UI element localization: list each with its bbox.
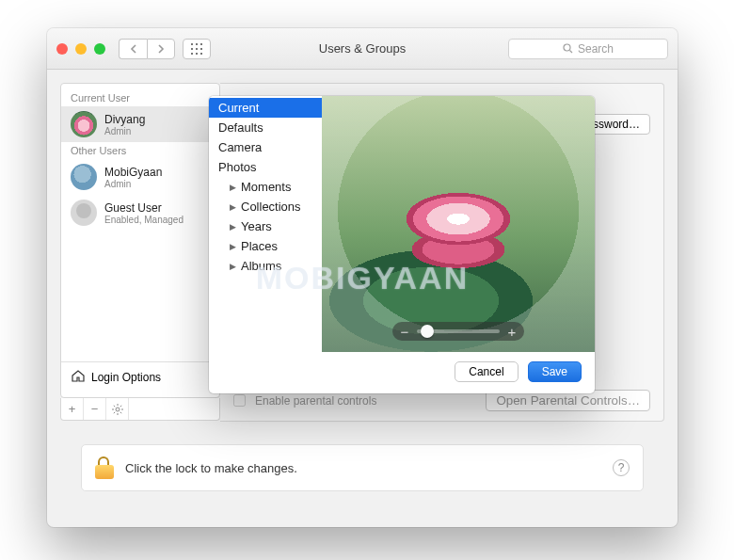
preview-image[interactable]	[322, 96, 595, 352]
triangle-right-icon: ▶	[230, 183, 236, 192]
login-options-row[interactable]: Login Options	[61, 361, 219, 392]
svg-line-17	[120, 411, 120, 412]
section-other-users: Other Users	[61, 142, 219, 159]
lock-icon[interactable]	[95, 456, 114, 479]
gear-icon	[112, 404, 123, 415]
user-name: Divyang	[104, 113, 145, 126]
svg-line-19	[120, 405, 120, 406]
svg-line-16	[113, 405, 114, 406]
add-user-button[interactable]: +	[61, 398, 84, 420]
source-camera[interactable]: Camera	[209, 137, 322, 157]
lock-row: Click the lock to make changes. ?	[81, 444, 644, 491]
user-role: Admin	[104, 179, 162, 189]
source-collections[interactable]: ▶Collections	[209, 197, 322, 216]
source-current[interactable]: Current	[209, 98, 322, 118]
triangle-right-icon: ▶	[230, 222, 236, 232]
remove-user-button[interactable]: −	[84, 398, 106, 420]
user-row[interactable]: Guest User Enabled, Managed	[61, 195, 219, 231]
svg-line-18	[113, 411, 114, 412]
avatar-picker-popover: Current Defaults Camera Photos ▶Moments …	[209, 96, 595, 393]
sidebar-toolbar: + −	[60, 398, 220, 421]
avatar	[71, 200, 97, 226]
user-row[interactable]: MobiGyaan Admin	[61, 159, 219, 195]
help-button[interactable]: ?	[613, 459, 630, 476]
user-role: Admin	[104, 126, 145, 136]
triangle-right-icon: ▶	[230, 202, 236, 212]
source-years[interactable]: ▶Years	[209, 216, 322, 236]
login-options-label: Login Options	[91, 371, 161, 384]
popover-footer: Cancel Save	[209, 352, 595, 393]
source-albums[interactable]: ▶Albums	[209, 256, 322, 276]
user-name: MobiGyaan	[104, 166, 162, 179]
source-places[interactable]: ▶Places	[209, 236, 322, 256]
titlebar: Users & Groups Search	[47, 28, 678, 70]
save-button[interactable]: Save	[528, 361, 582, 382]
lock-text: Click the lock to make changes.	[125, 461, 297, 475]
user-row[interactable]: Divyang Admin	[61, 106, 219, 142]
house-icon	[71, 368, 86, 386]
cancel-button[interactable]: Cancel	[455, 361, 518, 382]
triangle-right-icon: ▶	[230, 242, 236, 251]
user-role: Enabled, Managed	[104, 215, 184, 225]
svg-point-11	[116, 408, 120, 411]
zoom-slider[interactable]	[417, 329, 500, 333]
source-photos[interactable]: Photos	[209, 157, 322, 177]
section-current-user: Current User	[61, 89, 219, 106]
avatar-preview: − +	[322, 96, 595, 352]
parental-label: Enable parental controls	[255, 394, 376, 408]
window-title: Users & Groups	[47, 41, 678, 56]
source-list: Current Defaults Camera Photos ▶Moments …	[209, 96, 322, 352]
preferences-window: Users & Groups Search Current User Divya…	[47, 28, 678, 527]
parental-checkbox	[233, 394, 246, 407]
user-name: Guest User	[104, 201, 184, 215]
source-defaults[interactable]: Defaults	[209, 118, 322, 137]
avatar	[71, 164, 97, 190]
zoom-out-button[interactable]: −	[398, 324, 411, 340]
zoom-control: − +	[392, 322, 524, 341]
triangle-right-icon: ▶	[230, 262, 236, 271]
avatar	[71, 111, 97, 137]
settings-button[interactable]	[106, 398, 129, 420]
source-moments[interactable]: ▶Moments	[209, 177, 322, 197]
slider-thumb[interactable]	[421, 325, 434, 338]
user-list: Current User Divyang Admin Other Users M…	[60, 83, 220, 398]
zoom-in-button[interactable]: +	[505, 324, 519, 340]
